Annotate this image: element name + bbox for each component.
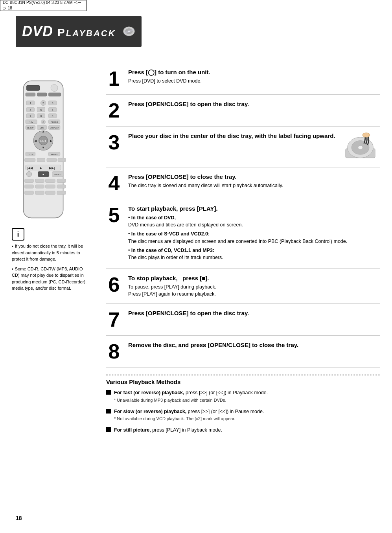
svg-text:5: 5	[40, 108, 42, 111]
svg-rect-7	[26, 93, 35, 96]
svg-rect-66	[46, 179, 55, 182]
step-6-number: 6	[106, 274, 122, 295]
svg-text:CLEAR: CLEAR	[51, 121, 58, 123]
svg-text:▲: ▲	[42, 130, 45, 133]
step-8-title: Remove the disc, and press [OPEN/CLOSE] …	[128, 341, 380, 349]
remote-svg: 1 2 3 4 5 6 7 8 9 10+ 0 CLEAR SETUP CH+ …	[12, 79, 75, 220]
step-4: 4 Press [OPEN/CLOSE] to close the tray. …	[106, 167, 380, 199]
step-5-content: To start playback, press [PLAY]. In the …	[128, 205, 380, 263]
svg-rect-54	[58, 158, 66, 162]
step-1-number: 1	[106, 68, 122, 89]
svg-text:▼: ▼	[42, 146, 45, 149]
step-3-row: Place your disc in the center of the dis…	[128, 132, 380, 162]
main-content: 1 Press [◯] to turn on the unit. Press […	[106, 63, 380, 438]
svg-text:DISPLAY: DISPLAY	[50, 127, 59, 129]
svg-rect-65	[35, 179, 44, 182]
svg-rect-51	[25, 158, 35, 162]
step-5-bullets: In the case of DVD, DVD menus and titles…	[128, 214, 380, 262]
note-1: If you do not close the tray, it will be…	[12, 243, 88, 263]
method-slow-text: For slow (or reverse) playback, press [>…	[114, 408, 264, 423]
step-6-desc: To pause, press [PLAY] during playback. …	[128, 283, 380, 298]
svg-text:2: 2	[42, 102, 44, 105]
step-7-title: Press [OPEN/CLOSE] to open the disc tray…	[128, 309, 380, 317]
svg-text:9: 9	[52, 115, 53, 118]
method-fast: For fast (or reverse) playback, press [>…	[106, 389, 380, 404]
step-7-number: 7	[106, 309, 122, 330]
svg-rect-69	[35, 185, 44, 188]
svg-text:■: ■	[42, 173, 44, 176]
svg-point-6	[51, 85, 58, 92]
step-5-bullet-1: In the case of DVD, DVD menus and titles…	[128, 214, 380, 229]
disc-tray-illustration	[342, 132, 379, 162]
step-3: 3 Place your disc in the center of the d…	[106, 127, 380, 167]
svg-text:10+: 10+	[29, 121, 33, 123]
method-fast-text: For fast (or reverse) playback, press [>…	[114, 389, 268, 404]
svg-rect-67	[57, 179, 66, 182]
svg-rect-68	[25, 185, 34, 188]
svg-text:◀: ◀	[34, 139, 37, 143]
svg-point-59	[26, 171, 32, 177]
step-4-number: 4	[106, 173, 122, 193]
svg-text:▶▶|: ▶▶|	[49, 166, 55, 170]
page-number: 18	[16, 515, 22, 521]
method-fast-label: For fast (or reverse) playback,	[114, 390, 184, 395]
svg-rect-73	[35, 191, 44, 195]
playback-methods-title: Various Playback Methods	[106, 379, 380, 385]
step-2-number: 2	[106, 100, 122, 121]
step-3-number: 3	[106, 132, 122, 153]
method-slow-desc: press [>>] (or [<<]) in Pause mode.	[188, 409, 264, 414]
svg-rect-72	[25, 191, 34, 195]
svg-text:▶: ▶	[50, 139, 53, 143]
svg-text:4: 4	[29, 108, 31, 111]
step-1: 1 Press [◯] to turn on the unit. Press […	[106, 63, 380, 95]
header-bar: DC-B8CB1N-PS(VE3.0) 04.3.23 5:2 AM ページ 1…	[0, 0, 86, 11]
method-fast-desc: press [>>] (or [<<]) in Playback mode.	[186, 390, 268, 395]
step-2-title: Press [OPEN/CLOSE] to open the disc tray…	[128, 100, 380, 108]
method-slow: For slow (or reverse) playback, press [>…	[106, 408, 380, 423]
svg-text:MENU: MENU	[51, 153, 58, 156]
step-8: 8 Remove the disc, and press [OPEN/CLOSE…	[106, 336, 380, 368]
step-3-title: Place your disc in the center of the dis…	[128, 132, 335, 140]
svg-point-79	[358, 146, 362, 149]
title-text: DVD PLAYBACK	[22, 23, 116, 40]
method-slow-icon	[106, 409, 111, 414]
svg-text:|◀◀: |◀◀	[27, 166, 33, 170]
svg-rect-64	[25, 179, 34, 182]
svg-text:7: 7	[29, 115, 31, 118]
method-slow-note: * Not available during VCD playback. The…	[114, 416, 236, 421]
step-6-content: To stop playback, press [■]. To pause, p…	[128, 274, 380, 298]
step-1-title: Press [◯] to turn on the unit.	[128, 68, 380, 76]
svg-text:0: 0	[42, 121, 44, 123]
svg-rect-70	[46, 185, 55, 188]
svg-rect-71	[57, 185, 66, 188]
svg-text:CH+: CH+	[40, 127, 44, 129]
step-5-bullet-3: In the case of CD, VCD1.1 and MP3: The d…	[128, 247, 380, 262]
step-3-content: Place your disc in the center of the dis…	[128, 132, 380, 162]
step-5-bullet-2: In the case of S-VCD and VCD2.0: The dis…	[128, 230, 380, 245]
svg-text:8: 8	[40, 115, 42, 118]
method-still-desc: press [PLAY] in Playback mode.	[152, 427, 222, 433]
disc-icon	[120, 24, 135, 39]
step-5-title: To start playback, press [PLAY].	[128, 205, 380, 213]
svg-text:▶: ▶	[40, 166, 42, 170]
step-8-number: 8	[106, 341, 122, 362]
remote-area: 1 2 3 4 5 6 7 8 9 10+ 0 CLEAR SETUP CH+ …	[12, 79, 90, 221]
step-5-number: 5	[106, 205, 122, 225]
step-4-desc: The disc tray is closed and many discs w…	[128, 182, 380, 189]
header-text: DC-B8CB1N-PS(VE3.0) 04.3.23 5:2 AM ページ 1…	[3, 0, 84, 11]
svg-rect-9	[49, 93, 61, 96]
method-still-icon	[106, 427, 111, 432]
svg-point-80	[363, 133, 370, 137]
svg-text:1: 1	[29, 102, 31, 105]
notes-icon: i	[12, 228, 24, 241]
method-still-text: For still picture, press [PLAY] in Playb…	[114, 426, 222, 434]
svg-text:6: 6	[52, 108, 53, 111]
step-6-title: To stop playback, press [■].	[128, 274, 380, 282]
step-5: 5 To start playback, press [PLAY]. In th…	[106, 199, 380, 269]
note-2: Some CD-R, CD-RW (MP3, AUDIO CD) may not…	[12, 266, 88, 292]
svg-text:3: 3	[52, 102, 53, 105]
svg-rect-8	[37, 93, 47, 96]
svg-text:SETUP: SETUP	[27, 127, 34, 129]
svg-rect-75	[57, 191, 66, 195]
step-1-content: Press [◯] to turn on the unit. Press [DV…	[128, 68, 380, 85]
